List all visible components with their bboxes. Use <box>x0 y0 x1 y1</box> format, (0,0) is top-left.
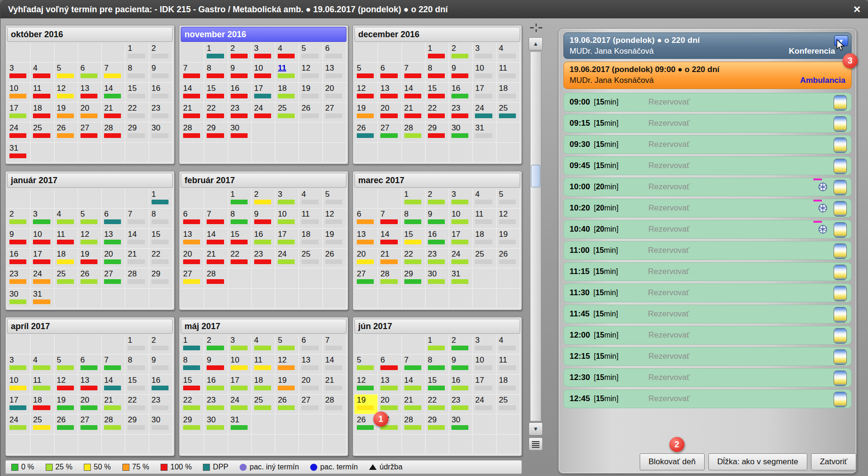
day-cell[interactable]: 6 <box>78 355 102 374</box>
day-cell[interactable]: 31 <box>31 289 54 308</box>
day-cell[interactable]: 15 <box>149 229 173 249</box>
day-cell[interactable]: 11 <box>497 355 520 374</box>
day-cell[interactable]: 15 <box>426 375 449 395</box>
day-cell[interactable]: 13 <box>378 83 402 103</box>
day-cell[interactable]: 6 <box>78 63 102 82</box>
day-cell[interactable]: 4 <box>473 189 496 209</box>
segment-icon[interactable] <box>834 243 847 259</box>
segment-icon[interactable] <box>834 349 847 365</box>
day-cell[interactable]: 21 <box>402 395 426 414</box>
day-cell[interactable]: 25 <box>473 249 496 268</box>
day-cell[interactable]: 14 <box>402 83 426 103</box>
month-header[interactable]: november 2016 <box>181 27 346 42</box>
day-cell[interactable]: 2 <box>149 43 173 63</box>
day-cell[interactable]: 16 <box>252 229 275 249</box>
slot-row[interactable]: 11:45[15min]Rezervovať <box>563 305 852 323</box>
day-cell[interactable]: 1 <box>181 335 204 355</box>
day-cell[interactable]: 14 <box>102 83 125 103</box>
day-cell[interactable]: 9 <box>449 63 473 82</box>
day-cell[interactable]: 16 <box>149 375 173 395</box>
day-cell[interactable]: 26 <box>299 103 322 122</box>
day-cell[interactable]: 3 <box>252 43 275 63</box>
day-cell[interactable]: 20 <box>378 103 402 122</box>
day-cell[interactable]: 24 <box>275 249 299 268</box>
day-cell[interactable]: 10 <box>7 83 31 103</box>
day-cell[interactable]: 25 <box>252 395 275 414</box>
day-cell[interactable]: 3 <box>275 189 299 209</box>
day-cell[interactable]: 29 <box>426 414 449 434</box>
reserve-label[interactable]: Rezervovať <box>648 119 690 128</box>
day-cell[interactable]: 18 <box>252 375 275 395</box>
scroll-down-button[interactable]: ▼ <box>529 422 543 436</box>
day-cell[interactable]: 16 <box>426 229 449 249</box>
day-cell[interactable]: 7 <box>323 335 346 355</box>
day-cell[interactable]: 27 <box>299 395 322 414</box>
month-header[interactable]: jún 2017 <box>354 319 520 334</box>
day-cell[interactable]: 15 <box>125 83 149 103</box>
day-cell[interactable]: 26 <box>55 122 78 142</box>
day-cell[interactable]: 27 <box>354 268 378 288</box>
day-cell[interactable]: 3 <box>7 355 31 374</box>
day-cell[interactable]: 20 <box>323 83 346 103</box>
day-cell[interactable]: 4 <box>275 43 299 63</box>
day-cell[interactable]: 29 <box>204 122 228 142</box>
day-cell[interactable]: 24 <box>228 395 252 414</box>
day-cell[interactable]: 16 <box>449 83 473 103</box>
menu-lines-button[interactable] <box>529 437 543 451</box>
day-cell[interactable]: 1 <box>402 189 426 209</box>
day-cell[interactable]: 17 <box>275 229 299 249</box>
day-cell[interactable]: 8 <box>402 209 426 228</box>
day-cell[interactable]: 24 <box>31 268 54 288</box>
day-cell[interactable]: 14 <box>102 375 125 395</box>
day-cell[interactable]: 18 <box>55 249 78 268</box>
month-header[interactable]: december 2016 <box>354 27 520 42</box>
day-cell[interactable]: 2 <box>449 43 473 63</box>
day-cell[interactable]: 11 <box>31 375 54 395</box>
day-cell[interactable]: 23 <box>149 395 173 414</box>
day-cell[interactable]: 24 <box>7 122 31 142</box>
segment-icon[interactable] <box>834 95 847 111</box>
day-cell[interactable]: 9 <box>149 355 173 374</box>
day-cell[interactable]: 3 <box>7 63 31 82</box>
day-cell[interactable]: 29 <box>125 122 149 142</box>
slot-row[interactable]: 09:15[15min]Rezervovať <box>563 114 852 133</box>
day-cell[interactable]: 8 <box>149 209 173 228</box>
day-cell[interactable]: 9 <box>149 63 173 82</box>
day-cell[interactable]: 6 <box>378 355 402 374</box>
day-cell[interactable]: 14 <box>323 355 346 374</box>
day-cell[interactable]: 31 <box>7 143 31 162</box>
day-cell[interactable]: 15 <box>228 229 252 249</box>
day-cell[interactable]: 23 <box>449 103 473 122</box>
day-cell[interactable]: 8 <box>426 63 449 82</box>
day-cell[interactable]: 1 <box>228 189 252 209</box>
day-cell[interactable]: 4 <box>252 335 275 355</box>
day-cell[interactable]: 21 <box>102 395 125 414</box>
day-cell[interactable]: 30 <box>149 122 173 142</box>
day-cell[interactable]: 13 <box>78 83 102 103</box>
day-cell[interactable]: 24 <box>449 249 473 268</box>
day-cell[interactable]: 1 <box>149 189 173 209</box>
day-cell[interactable]: 6 <box>181 209 204 228</box>
day-cell[interactable]: 20 <box>102 249 125 268</box>
day-cell[interactable]: 12 <box>55 375 78 395</box>
day-cell[interactable]: 14 <box>125 229 149 249</box>
day-cell[interactable]: 29 <box>125 414 149 434</box>
day-cell[interactable]: 26 <box>275 395 299 414</box>
day-cell[interactable]: 25 <box>31 414 54 434</box>
day-cell[interactable]: 7 <box>125 209 149 228</box>
reserve-label[interactable]: Rezervovať <box>648 161 690 170</box>
day-cell[interactable]: 5 <box>275 335 299 355</box>
day-cell[interactable]: 7 <box>181 63 204 82</box>
block-day-button[interactable]: Blokovať deň <box>640 453 705 470</box>
day-cell[interactable]: 20 <box>78 103 102 122</box>
day-cell[interactable]: 3 <box>473 43 496 63</box>
day-cell[interactable]: 17 <box>7 395 31 414</box>
day-cell[interactable]: 4 <box>299 189 322 209</box>
day-cell[interactable]: 15 <box>125 375 149 395</box>
month-header[interactable]: január 2017 <box>7 173 173 188</box>
day-cell[interactable]: 28 <box>102 122 125 142</box>
day-cell[interactable]: 28 <box>204 268 228 288</box>
day-cell[interactable]: 13 <box>299 355 322 374</box>
day-cell[interactable]: 2 <box>449 335 473 355</box>
day-cell[interactable]: 22 <box>204 103 228 122</box>
